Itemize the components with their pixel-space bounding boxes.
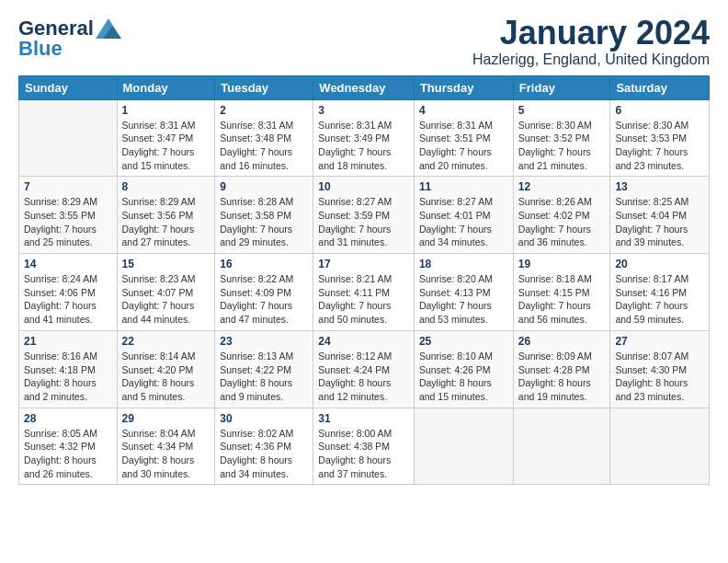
col-monday: Monday — [117, 75, 215, 99]
calendar-cell: 3 Sunrise: 8:31 AMSunset: 3:49 PMDayligh… — [313, 99, 415, 177]
calendar-cell: 10 Sunrise: 8:27 AMSunset: 3:59 PMDaylig… — [313, 177, 415, 254]
col-thursday: Thursday — [414, 75, 513, 99]
day-number: 20 — [615, 258, 704, 270]
calendar-cell: 9 Sunrise: 8:28 AMSunset: 3:58 PMDayligh… — [215, 177, 313, 254]
day-number: 19 — [518, 258, 606, 270]
day-number: 13 — [615, 180, 704, 193]
day-info: Sunrise: 8:22 AMSunset: 4:09 PMDaylight:… — [220, 273, 293, 325]
day-info: Sunrise: 8:31 AMSunset: 3:47 PMDaylight:… — [122, 120, 196, 171]
calendar-cell: 6 Sunrise: 8:30 AMSunset: 3:53 PMDayligh… — [610, 99, 710, 177]
calendar-cell: 28 Sunrise: 8:05 AMSunset: 4:32 PMDaylig… — [19, 408, 118, 485]
day-info: Sunrise: 8:10 AMSunset: 4:26 PMDaylight:… — [419, 350, 493, 402]
day-info: Sunrise: 8:13 AMSunset: 4:22 PMDaylight:… — [220, 350, 293, 402]
calendar-cell — [414, 408, 513, 485]
day-number: 31 — [318, 412, 409, 425]
calendar-cell: 19 Sunrise: 8:18 AMSunset: 4:15 PMDaylig… — [513, 254, 610, 331]
calendar-cell: 4 Sunrise: 8:31 AMSunset: 3:51 PMDayligh… — [414, 99, 513, 177]
day-info: Sunrise: 8:30 AMSunset: 3:52 PMDaylight:… — [518, 120, 592, 171]
logo-blue-text: Blue — [18, 39, 63, 59]
day-info: Sunrise: 8:27 AMSunset: 4:01 PMDaylight:… — [419, 196, 493, 247]
day-number: 28 — [24, 412, 112, 425]
day-number: 6 — [615, 104, 704, 117]
calendar-cell: 31 Sunrise: 8:00 AMSunset: 4:38 PMDaylig… — [313, 408, 415, 485]
week-row-2: 7 Sunrise: 8:29 AMSunset: 3:55 PMDayligh… — [19, 177, 710, 254]
week-row-1: 1 Sunrise: 8:31 AMSunset: 3:47 PMDayligh… — [19, 99, 710, 177]
day-number: 24 — [318, 335, 409, 348]
location: Hazlerigg, England, United Kingdom — [472, 52, 710, 68]
day-number: 3 — [318, 104, 409, 117]
calendar-cell: 27 Sunrise: 8:07 AMSunset: 4:30 PMDaylig… — [610, 330, 710, 408]
day-info: Sunrise: 8:26 AMSunset: 4:02 PMDaylight:… — [518, 196, 592, 247]
day-number: 29 — [122, 412, 210, 425]
day-info: Sunrise: 8:31 AMSunset: 3:49 PMDaylight:… — [318, 120, 392, 171]
day-number: 26 — [518, 335, 606, 348]
day-info: Sunrise: 8:20 AMSunset: 4:13 PMDaylight:… — [419, 273, 493, 325]
calendar-cell: 7 Sunrise: 8:29 AMSunset: 3:55 PMDayligh… — [19, 177, 118, 254]
calendar-cell: 23 Sunrise: 8:13 AMSunset: 4:22 PMDaylig… — [215, 330, 313, 408]
calendar-cell: 15 Sunrise: 8:23 AMSunset: 4:07 PMDaylig… — [117, 254, 215, 331]
calendar-cell: 12 Sunrise: 8:26 AMSunset: 4:02 PMDaylig… — [513, 177, 610, 254]
calendar-cell: 11 Sunrise: 8:27 AMSunset: 4:01 PMDaylig… — [414, 177, 513, 254]
day-number: 10 — [318, 180, 409, 193]
calendar-cell: 5 Sunrise: 8:30 AMSunset: 3:52 PMDayligh… — [513, 99, 610, 177]
day-number: 11 — [419, 180, 508, 193]
day-number: 18 — [419, 258, 508, 270]
day-number: 8 — [122, 180, 210, 193]
day-number: 27 — [615, 335, 704, 348]
calendar-cell: 1 Sunrise: 8:31 AMSunset: 3:47 PMDayligh… — [117, 99, 215, 177]
day-info: Sunrise: 8:00 AMSunset: 4:38 PMDaylight:… — [318, 428, 392, 479]
col-tuesday: Tuesday — [215, 75, 313, 99]
day-number: 9 — [220, 180, 308, 193]
day-number: 23 — [220, 335, 308, 348]
day-info: Sunrise: 8:07 AMSunset: 4:30 PMDaylight:… — [615, 350, 688, 402]
calendar-cell: 24 Sunrise: 8:12 AMSunset: 4:24 PMDaylig… — [313, 330, 415, 408]
col-sunday: Sunday — [19, 75, 118, 99]
day-info: Sunrise: 8:29 AMSunset: 3:56 PMDaylight:… — [122, 196, 196, 247]
logo-text: General — [18, 18, 94, 39]
day-info: Sunrise: 8:04 AMSunset: 4:34 PMDaylight:… — [122, 428, 196, 479]
day-info: Sunrise: 8:31 AMSunset: 3:48 PMDaylight:… — [220, 120, 293, 171]
day-number: 22 — [122, 335, 210, 348]
day-info: Sunrise: 8:14 AMSunset: 4:20 PMDaylight:… — [122, 350, 196, 402]
col-friday: Friday — [513, 75, 610, 99]
day-info: Sunrise: 8:02 AMSunset: 4:36 PMDaylight:… — [220, 428, 293, 479]
day-info: Sunrise: 8:12 AMSunset: 4:24 PMDaylight:… — [318, 350, 392, 402]
calendar-cell: 20 Sunrise: 8:17 AMSunset: 4:16 PMDaylig… — [610, 254, 710, 331]
title-block: January 2024 Hazlerigg, England, United … — [472, 15, 710, 68]
calendar-cell: 25 Sunrise: 8:10 AMSunset: 4:26 PMDaylig… — [414, 330, 513, 408]
day-number: 16 — [220, 258, 308, 270]
day-number: 21 — [24, 335, 112, 348]
day-number: 30 — [220, 412, 308, 425]
day-number: 17 — [318, 258, 409, 270]
week-row-3: 14 Sunrise: 8:24 AMSunset: 4:06 PMDaylig… — [19, 254, 710, 331]
day-info: Sunrise: 8:25 AMSunset: 4:04 PMDaylight:… — [615, 196, 688, 247]
day-info: Sunrise: 8:24 AMSunset: 4:06 PMDaylight:… — [24, 273, 97, 325]
logo-icon — [96, 18, 121, 39]
calendar-cell: 8 Sunrise: 8:29 AMSunset: 3:56 PMDayligh… — [117, 177, 215, 254]
day-number: 15 — [122, 258, 210, 270]
day-info: Sunrise: 8:31 AMSunset: 3:51 PMDaylight:… — [419, 120, 493, 171]
day-number: 2 — [220, 104, 308, 117]
calendar-cell: 21 Sunrise: 8:16 AMSunset: 4:18 PMDaylig… — [19, 330, 118, 408]
day-info: Sunrise: 8:17 AMSunset: 4:16 PMDaylight:… — [615, 273, 688, 325]
calendar-cell: 14 Sunrise: 8:24 AMSunset: 4:06 PMDaylig… — [19, 254, 118, 331]
month-title: January 2024 — [472, 15, 710, 52]
day-number: 12 — [518, 180, 606, 193]
header-row: Sunday Monday Tuesday Wednesday Thursday… — [19, 75, 710, 99]
day-info: Sunrise: 8:30 AMSunset: 3:53 PMDaylight:… — [615, 120, 688, 171]
calendar-cell: 18 Sunrise: 8:20 AMSunset: 4:13 PMDaylig… — [414, 254, 513, 331]
day-info: Sunrise: 8:29 AMSunset: 3:55 PMDaylight:… — [24, 196, 97, 247]
calendar-cell: 17 Sunrise: 8:21 AMSunset: 4:11 PMDaylig… — [313, 254, 415, 331]
day-number: 5 — [518, 104, 606, 117]
day-number: 7 — [24, 180, 112, 193]
day-info: Sunrise: 8:23 AMSunset: 4:07 PMDaylight:… — [122, 273, 196, 325]
day-number: 14 — [24, 258, 112, 270]
header: General Blue January 2024 Hazlerigg, Eng… — [18, 15, 710, 68]
calendar-cell: 29 Sunrise: 8:04 AMSunset: 4:34 PMDaylig… — [117, 408, 215, 485]
day-info: Sunrise: 8:21 AMSunset: 4:11 PMDaylight:… — [318, 273, 392, 325]
calendar-cell: 22 Sunrise: 8:14 AMSunset: 4:20 PMDaylig… — [117, 330, 215, 408]
day-info: Sunrise: 8:18 AMSunset: 4:15 PMDaylight:… — [518, 273, 592, 325]
day-info: Sunrise: 8:27 AMSunset: 3:59 PMDaylight:… — [318, 196, 392, 247]
logo: General Blue — [18, 18, 121, 59]
calendar-cell: 16 Sunrise: 8:22 AMSunset: 4:09 PMDaylig… — [215, 254, 313, 331]
